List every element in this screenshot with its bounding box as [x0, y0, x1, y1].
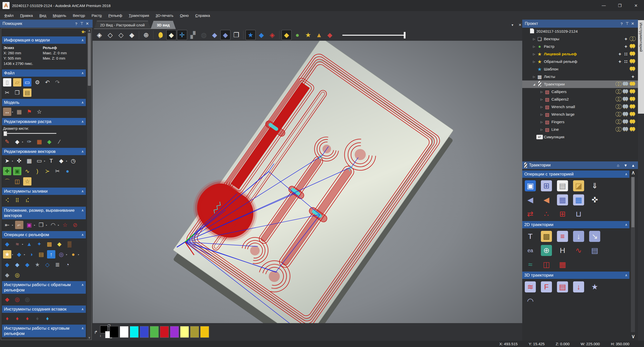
chevron-arrow-icon[interactable]: ≻ — [43, 167, 52, 175]
expander-icon[interactable]: ▷ — [532, 60, 536, 63]
text-tool-icon[interactable]: T — [47, 157, 55, 165]
tree-row-Лицевой рельеф[interactable]: ▷★Лицевой рельеф+∷ — [522, 50, 638, 58]
tools-side-tab[interactable]: Инструментарий — [638, 20, 644, 114]
help-icon[interactable]: ? — [619, 22, 624, 26]
undo-arrow-icon[interactable]: ↶ — [43, 78, 52, 86]
add-icon[interactable]: + — [623, 44, 629, 49]
bulbs-gray-icon[interactable] — [622, 127, 629, 132]
expander-icon[interactable]: ▷ — [539, 90, 544, 94]
collapse-chevron-icon[interactable]: ∧ — [625, 171, 627, 177]
expander-icon[interactable]: ▷ — [532, 53, 536, 56]
palette-swatch[interactable] — [200, 326, 209, 338]
chevron-down-icon[interactable]: ▾ — [509, 23, 516, 29]
bridge-2d-icon[interactable]: Η — [557, 245, 568, 256]
set-model-size-icon[interactable]: ↔ — [3, 108, 11, 116]
palette-swatch[interactable] — [130, 326, 139, 338]
bulbs-yellow-icon[interactable] — [629, 119, 636, 124]
palette-swatch[interactable] — [140, 326, 149, 338]
toolpath-notes-icon[interactable]: ▤ — [557, 180, 568, 191]
bulbs-gray-icon[interactable] — [622, 82, 629, 87]
palette-swatch[interactable] — [180, 326, 189, 338]
curve-arrow-icon[interactable]: ⌒ — [3, 177, 11, 186]
add-icon[interactable]: + — [617, 59, 623, 64]
template-save-icon[interactable]: ▦ — [573, 194, 584, 205]
collapse-chevron-icon[interactable]: ∧ — [81, 149, 84, 154]
puzzle-piece-icon[interactable]: ▞ — [188, 30, 198, 40]
expander-icon[interactable]: ▷ — [532, 75, 536, 78]
bulbs-yellow-icon[interactable] — [629, 89, 636, 94]
gold-weave-icon[interactable]: ▩ — [45, 240, 54, 248]
palette-swatch[interactable] — [120, 326, 129, 338]
orange-ball-caret-icon[interactable]: ▸ — [78, 253, 79, 256]
open-folder-icon[interactable]: ▱ — [13, 78, 21, 86]
iso-view-icon[interactable]: ◈ — [95, 30, 104, 40]
star-3d-icon[interactable]: ★ — [589, 281, 600, 292]
align-center-icon[interactable]: ▣ — [25, 221, 33, 229]
view-top-icon[interactable]: ◆ — [127, 30, 137, 40]
bulbs-yellow-icon[interactable] — [629, 44, 636, 49]
expander-icon[interactable]: ◢ — [532, 83, 536, 86]
gem-gray-icon[interactable]: ♦ — [33, 314, 42, 323]
ribbon-red-caret-icon[interactable]: ▸ — [22, 243, 23, 245]
draw-line-icon[interactable]: ∕ — [55, 138, 64, 146]
material-delete-icon[interactable]: ◀ — [541, 194, 552, 205]
color-picker-add-icon[interactable]: ▦ — [35, 138, 44, 146]
origin-axes-icon[interactable]: ✛ — [177, 30, 187, 40]
pyramid-multi-icon[interactable]: ▲ — [314, 30, 324, 40]
ribbon-red-icon[interactable]: ≈ — [13, 240, 21, 248]
add-icon[interactable]: + — [617, 51, 623, 57]
close-button[interactable]: ✕ — [628, 0, 644, 11]
back-ring-gray-icon[interactable]: ◎ — [23, 295, 31, 303]
mirror-tool-icon[interactable]: ◫ — [13, 177, 21, 186]
gem-list-icon[interactable]: ♦ — [23, 314, 31, 323]
grid-add-icon[interactable]: ∷ — [623, 59, 629, 64]
paste-clipboard-icon[interactable]: ▤ — [23, 89, 31, 97]
scroll-down-icon[interactable]: ∨ — [630, 333, 636, 340]
blue-wedge-icon[interactable]: ◆ — [23, 261, 31, 269]
bulbs-outline-icon[interactable] — [615, 82, 622, 87]
copy-pages-icon[interactable]: ❐ — [13, 89, 21, 97]
expander-icon[interactable]: ▷ — [539, 98, 544, 101]
menu-3D-печать[interactable]: 3D-печать — [152, 11, 177, 20]
select-arrow-caret-icon[interactable]: ▸ — [12, 160, 13, 162]
fill-flow-icon[interactable]: ⠿ — [13, 196, 21, 205]
expander-icon[interactable]: ▷ — [539, 128, 544, 131]
star-select-icon[interactable]: ☆ — [35, 108, 44, 116]
grid-add-icon[interactable]: ∷ — [623, 52, 629, 57]
collapse-chevron-icon[interactable]: ∧ — [625, 273, 627, 278]
transform-move-icon[interactable]: ✜ — [15, 157, 23, 165]
template-open-icon[interactable]: ▦ — [557, 194, 568, 205]
lighting-flag-icon[interactable]: ⚑ — [25, 108, 33, 116]
select-arrow-icon[interactable]: ➤ — [3, 157, 11, 165]
dome-3d-icon[interactable]: ◠ — [525, 295, 536, 307]
toolpath-calc-icon[interactable]: ⊞ — [541, 180, 552, 191]
close-icon[interactable]: ✕ — [630, 21, 635, 26]
combine-shapes-caret-icon[interactable]: ▸ — [46, 224, 47, 226]
feed-rate-icon[interactable]: ⊔ — [573, 208, 584, 220]
stack-up-icon[interactable]: ≣ — [53, 261, 62, 269]
trim-scissors-icon[interactable]: ✂ — [53, 167, 62, 175]
machine-slab-icon[interactable]: ◆ — [221, 30, 230, 40]
close-icon[interactable]: ✕ — [85, 21, 90, 26]
star-stack-icon[interactable]: ✦ — [35, 240, 44, 248]
blue-diamond-icon[interactable]: ◆ — [3, 240, 11, 248]
tree-row-Callipers[interactable]: ▷▨Callipers — [522, 88, 638, 96]
circular-pair-icon[interactable]: ▯ — [53, 339, 62, 340]
star-hatch-icon[interactable]: ☆ — [61, 221, 69, 229]
circular-step-icon[interactable]: ∫ — [13, 339, 21, 340]
gold-slats-icon[interactable]: ▤ — [37, 250, 45, 258]
blue-peak-icon[interactable]: ▲ — [25, 240, 33, 248]
relief-3d-icon[interactable]: ≋ — [525, 281, 536, 292]
bulbs-gray-icon[interactable] — [622, 89, 629, 94]
vector-library-icon[interactable]: ☆ — [23, 177, 31, 186]
bulbs-yellow-icon[interactable] — [629, 104, 636, 109]
favorites-caret-icon[interactable]: ▸ — [85, 30, 86, 33]
expander-icon[interactable]: ▷ — [532, 37, 536, 41]
zoom-tool-icon[interactable]: ⊕ — [141, 30, 151, 40]
bulbs-yellow-icon[interactable] — [629, 127, 636, 132]
orange-ball-icon[interactable]: ● — [69, 250, 77, 258]
pin-icon[interactable]: ⊤ — [624, 21, 630, 26]
bulbs-gray-icon[interactable] — [622, 104, 629, 109]
purple-ring-caret-icon[interactable]: ▸ — [66, 253, 67, 256]
menu-Рельеф[interactable]: Рельеф — [105, 11, 126, 20]
